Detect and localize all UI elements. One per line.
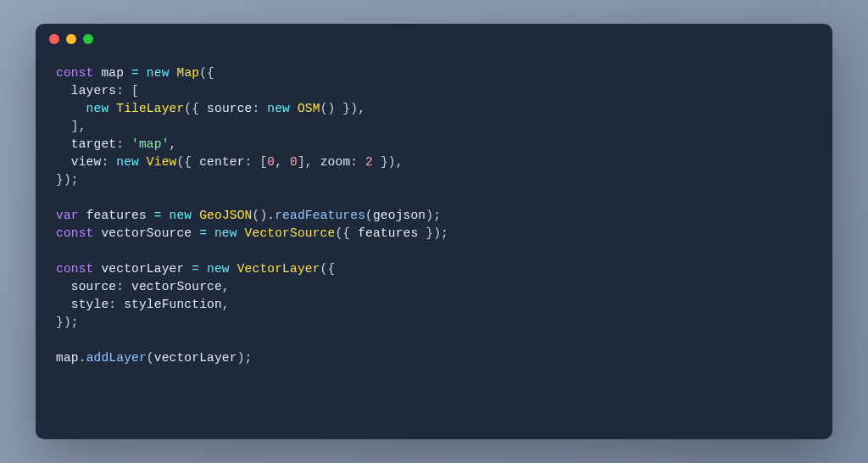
code-token: = bbox=[199, 226, 207, 240]
code-token: 'map' bbox=[131, 137, 170, 151]
code-token: [ bbox=[124, 84, 139, 98]
code-token: : bbox=[101, 155, 108, 169]
code-token: vectorSource bbox=[101, 226, 192, 240]
code-token: , bbox=[222, 280, 230, 293]
code-token: ( bbox=[365, 209, 373, 222]
code-token: new bbox=[170, 209, 192, 222]
code-token: ( bbox=[147, 351, 154, 365]
code-token: map bbox=[56, 351, 79, 365]
code-token: [ bbox=[253, 155, 268, 169]
code-token: (). bbox=[253, 209, 275, 222]
code-token: 0 bbox=[267, 155, 275, 169]
code-token: 0 bbox=[290, 155, 298, 169]
code-token: = bbox=[192, 262, 199, 276]
code-token: : bbox=[350, 155, 358, 169]
code-token: . bbox=[79, 351, 86, 365]
code-token: features bbox=[86, 209, 147, 222]
code-token: center bbox=[199, 155, 244, 169]
code-token: : bbox=[116, 84, 124, 98]
window-titlebar bbox=[36, 24, 832, 54]
code-token: TileLayer bbox=[116, 102, 184, 115]
code-token: : bbox=[116, 137, 124, 151]
code-token: const bbox=[56, 226, 94, 240]
code-token: () }), bbox=[320, 102, 365, 115]
code-token: 2 bbox=[365, 155, 373, 169]
code-token: OSM bbox=[298, 102, 320, 115]
code-token: style bbox=[56, 298, 108, 311]
code-token: new bbox=[214, 226, 237, 240]
code-token: VectorLayer bbox=[237, 262, 320, 276]
code-token: GeoJSON bbox=[199, 209, 252, 222]
code-token: styleFunction bbox=[124, 298, 222, 311]
code-token: : bbox=[253, 102, 260, 115]
code-token: ({ bbox=[184, 102, 207, 115]
code-content: const map = new Map({ layers: [ new Tile… bbox=[36, 54, 832, 377]
code-token: , bbox=[222, 298, 230, 311]
code-token: : bbox=[108, 298, 116, 311]
code-token: , bbox=[170, 137, 177, 151]
code-token: : bbox=[245, 155, 253, 169]
code-token: = bbox=[131, 66, 139, 80]
code-token: var bbox=[56, 209, 79, 222]
code-token: source bbox=[207, 102, 252, 115]
code-token: ); bbox=[237, 351, 253, 365]
code-token: }); bbox=[56, 315, 79, 329]
code-window: const map = new Map({ layers: [ new Tile… bbox=[36, 24, 832, 439]
code-token: View bbox=[147, 155, 177, 169]
code-token: new bbox=[147, 66, 170, 80]
code-token: vectorLayer bbox=[154, 351, 237, 365]
code-token: target bbox=[56, 137, 116, 151]
code-token: source bbox=[56, 280, 116, 293]
code-token: Map bbox=[176, 66, 199, 80]
code-token: = bbox=[154, 209, 162, 222]
code-token: map bbox=[101, 66, 124, 80]
code-token: ({ bbox=[176, 155, 199, 169]
code-token: ); bbox=[426, 209, 441, 222]
code-token: ({ bbox=[320, 262, 336, 276]
code-token: ], bbox=[56, 120, 86, 133]
minimize-icon[interactable] bbox=[66, 34, 76, 44]
maximize-icon[interactable] bbox=[83, 34, 93, 44]
code-token: VectorSource bbox=[245, 226, 336, 240]
code-token: geojson bbox=[373, 209, 426, 222]
code-token: features bbox=[358, 226, 418, 240]
code-token: vectorSource bbox=[131, 280, 222, 293]
code-token: zoom bbox=[320, 155, 351, 169]
code-token: new bbox=[207, 262, 230, 276]
code-token: }), bbox=[373, 155, 403, 169]
code-token: readFeatures bbox=[275, 209, 365, 222]
code-token: new bbox=[116, 155, 139, 169]
code-token: }); bbox=[56, 173, 79, 187]
code-token: addLayer bbox=[86, 351, 147, 365]
code-token: new bbox=[267, 102, 290, 115]
code-token: ({ bbox=[199, 66, 214, 80]
code-token: ({ bbox=[335, 226, 358, 240]
code-token: const bbox=[56, 262, 94, 276]
code-token: view bbox=[56, 155, 101, 169]
code-token: vectorLayer bbox=[101, 262, 184, 276]
code-token: , bbox=[275, 155, 290, 169]
code-token: }); bbox=[418, 226, 448, 240]
code-token: ], bbox=[298, 155, 320, 169]
code-token: const bbox=[56, 66, 94, 80]
code-token: : bbox=[116, 280, 124, 293]
close-icon[interactable] bbox=[49, 34, 59, 44]
code-token: new bbox=[86, 102, 109, 115]
code-token: layers bbox=[56, 84, 116, 98]
